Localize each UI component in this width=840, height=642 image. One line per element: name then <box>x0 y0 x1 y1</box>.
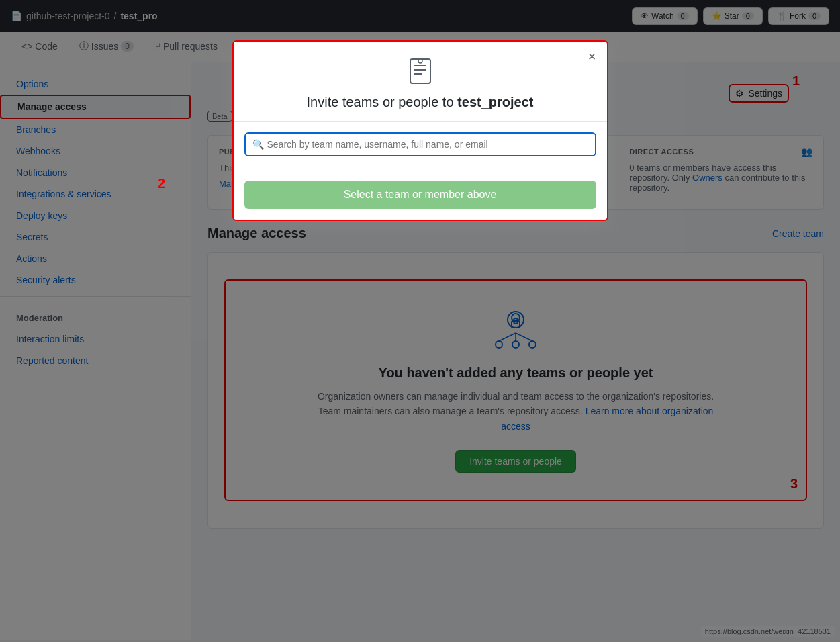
modal-overlay[interactable]: × Invite teams or people to test_project… <box>0 0 840 640</box>
modal: × Invite teams or people to test_project… <box>232 40 608 221</box>
annotation-2: 2 <box>158 176 165 191</box>
modal-body: 🔍 4 Select a team or member above <box>234 122 607 220</box>
modal-header: × Invite teams or people to test_project <box>234 42 607 122</box>
search-icon: 🔍 <box>252 139 264 150</box>
search-wrapper: 🔍 4 <box>244 132 596 156</box>
annotation-4: 4 <box>577 154 584 156</box>
modal-icon <box>250 58 591 87</box>
search-input[interactable] <box>246 134 595 155</box>
select-member-button[interactable]: Select a team or member above <box>244 181 596 209</box>
modal-title: Invite teams or people to test_project <box>250 95 591 110</box>
modal-close-button[interactable]: × <box>588 50 596 63</box>
svg-point-14 <box>418 59 422 63</box>
